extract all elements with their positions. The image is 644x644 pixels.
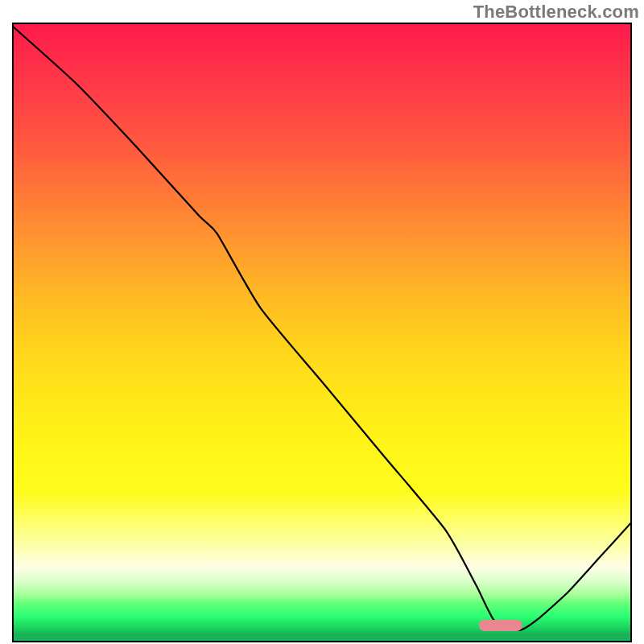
chart-container: TheBottleneck.com — [0, 0, 644, 644]
optimal-marker — [479, 620, 522, 631]
curve-layer — [14, 24, 630, 641]
main-curve — [14, 27, 630, 630]
plot-area — [12, 23, 632, 642]
watermark-text: TheBottleneck.com — [473, 2, 639, 23]
